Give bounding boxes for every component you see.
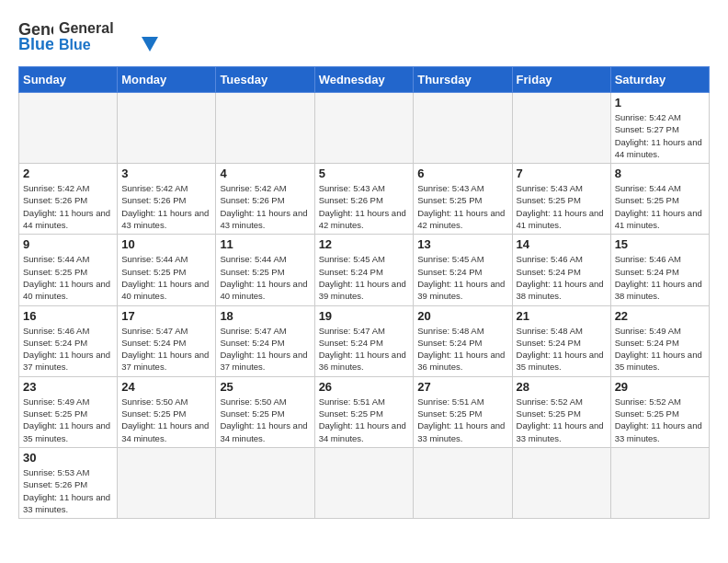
svg-text:General: General (59, 20, 114, 36)
day-info: Sunrise: 5:51 AM Sunset: 5:25 PM Dayligh… (319, 396, 410, 444)
calendar-cell (19, 93, 118, 164)
calendar-cell: 9Sunrise: 5:44 AM Sunset: 5:25 PM Daylig… (19, 235, 118, 305)
day-number: 6 (417, 167, 507, 180)
calendar-cell: 2Sunrise: 5:42 AM Sunset: 5:26 PM Daylig… (19, 164, 118, 235)
calendar-week-row: 1Sunrise: 5:42 AM Sunset: 5:27 PM Daylig… (19, 93, 710, 164)
calendar-cell (314, 93, 414, 164)
svg-text:Blue: Blue (18, 35, 53, 53)
day-number: 9 (23, 237, 113, 251)
day-info: Sunrise: 5:51 AM Sunset: 5:25 PM Dayligh… (417, 396, 507, 444)
day-info: Sunrise: 5:42 AM Sunset: 5:26 PM Dayligh… (121, 182, 211, 231)
calendar-cell: 27Sunrise: 5:51 AM Sunset: 5:25 PM Dayli… (414, 376, 512, 447)
calendar-cell: 25Sunrise: 5:50 AM Sunset: 5:25 PM Dayli… (216, 376, 314, 447)
calendar-cell (118, 93, 216, 164)
calendar-table: SundayMondayTuesdayWednesdayThursdayFrid… (18, 66, 710, 519)
calendar-cell: 15Sunrise: 5:46 AM Sunset: 5:24 PM Dayli… (610, 235, 709, 305)
day-info: Sunrise: 5:47 AM Sunset: 5:24 PM Dayligh… (220, 325, 310, 373)
calendar-day-header: Monday (118, 67, 216, 93)
calendar-cell: 17Sunrise: 5:47 AM Sunset: 5:24 PM Dayli… (118, 305, 216, 376)
calendar-cell: 22Sunrise: 5:49 AM Sunset: 5:24 PM Dayli… (610, 305, 709, 376)
calendar-cell: 6Sunrise: 5:43 AM Sunset: 5:25 PM Daylig… (414, 164, 512, 235)
calendar-cell (414, 447, 512, 518)
day-number: 28 (517, 380, 607, 394)
day-number: 3 (121, 167, 211, 180)
calendar-week-row: 23Sunrise: 5:49 AM Sunset: 5:25 PM Dayli… (19, 376, 710, 447)
day-info: Sunrise: 5:43 AM Sunset: 5:26 PM Dayligh… (319, 182, 410, 231)
day-number: 5 (319, 167, 410, 180)
calendar-cell: 26Sunrise: 5:51 AM Sunset: 5:25 PM Dayli… (314, 376, 414, 447)
day-info: Sunrise: 5:42 AM Sunset: 5:26 PM Dayligh… (220, 182, 310, 231)
logo-icon: General Blue (18, 15, 53, 55)
day-info: Sunrise: 5:49 AM Sunset: 5:25 PM Dayligh… (23, 396, 113, 444)
day-info: Sunrise: 5:49 AM Sunset: 5:24 PM Dayligh… (615, 325, 705, 373)
logo-full-icon: General Blue (59, 15, 178, 57)
calendar-day-header: Friday (512, 67, 610, 93)
calendar-cell: 14Sunrise: 5:46 AM Sunset: 5:24 PM Dayli… (512, 235, 610, 305)
calendar-cell: 1Sunrise: 5:42 AM Sunset: 5:27 PM Daylig… (610, 93, 709, 164)
page: General Blue General Blue SundayMondayTu… (0, 0, 728, 528)
calendar-day-header: Tuesday (216, 67, 314, 93)
header: General Blue General Blue (18, 15, 710, 57)
calendar-cell (216, 93, 314, 164)
day-number: 23 (23, 380, 113, 394)
calendar-cell (216, 447, 314, 518)
day-info: Sunrise: 5:42 AM Sunset: 5:27 PM Dayligh… (615, 111, 705, 160)
calendar-day-header: Saturday (610, 67, 709, 93)
day-info: Sunrise: 5:44 AM Sunset: 5:25 PM Dayligh… (23, 253, 113, 302)
day-number: 30 (23, 451, 113, 465)
calendar-cell: 23Sunrise: 5:49 AM Sunset: 5:25 PM Dayli… (19, 376, 118, 447)
calendar-cell: 20Sunrise: 5:48 AM Sunset: 5:24 PM Dayli… (414, 305, 512, 376)
logo: General Blue General Blue (18, 15, 178, 57)
calendar-cell: 4Sunrise: 5:42 AM Sunset: 5:26 PM Daylig… (216, 164, 314, 235)
day-info: Sunrise: 5:45 AM Sunset: 5:24 PM Dayligh… (417, 253, 507, 302)
calendar-cell: 3Sunrise: 5:42 AM Sunset: 5:26 PM Daylig… (118, 164, 216, 235)
calendar-cell: 16Sunrise: 5:46 AM Sunset: 5:24 PM Dayli… (19, 305, 118, 376)
day-number: 20 (417, 309, 507, 323)
day-info: Sunrise: 5:52 AM Sunset: 5:25 PM Dayligh… (615, 396, 705, 444)
day-number: 17 (121, 309, 211, 323)
calendar-cell: 30Sunrise: 5:53 AM Sunset: 5:26 PM Dayli… (19, 447, 118, 518)
day-info: Sunrise: 5:50 AM Sunset: 5:25 PM Dayligh… (121, 396, 211, 444)
day-number: 29 (615, 380, 705, 394)
day-info: Sunrise: 5:46 AM Sunset: 5:24 PM Dayligh… (517, 253, 607, 302)
calendar-cell: 10Sunrise: 5:44 AM Sunset: 5:25 PM Dayli… (118, 235, 216, 305)
day-number: 14 (517, 237, 607, 251)
day-number: 18 (220, 309, 310, 323)
calendar-cell: 13Sunrise: 5:45 AM Sunset: 5:24 PM Dayli… (414, 235, 512, 305)
calendar-cell (414, 93, 512, 164)
calendar-cell: 5Sunrise: 5:43 AM Sunset: 5:26 PM Daylig… (314, 164, 414, 235)
calendar-week-row: 30Sunrise: 5:53 AM Sunset: 5:26 PM Dayli… (19, 447, 710, 518)
day-number: 16 (23, 309, 113, 323)
day-info: Sunrise: 5:47 AM Sunset: 5:24 PM Dayligh… (121, 325, 211, 373)
day-info: Sunrise: 5:46 AM Sunset: 5:24 PM Dayligh… (615, 253, 705, 302)
calendar-day-header: Wednesday (314, 67, 414, 93)
calendar-cell (314, 447, 414, 518)
day-info: Sunrise: 5:42 AM Sunset: 5:26 PM Dayligh… (23, 182, 113, 231)
day-info: Sunrise: 5:44 AM Sunset: 5:25 PM Dayligh… (220, 253, 310, 302)
day-number: 21 (517, 309, 607, 323)
calendar-week-row: 2Sunrise: 5:42 AM Sunset: 5:26 PM Daylig… (19, 164, 710, 235)
calendar-cell: 11Sunrise: 5:44 AM Sunset: 5:25 PM Dayli… (216, 235, 314, 305)
calendar-day-header: Sunday (19, 67, 118, 93)
day-number: 13 (417, 237, 507, 251)
day-info: Sunrise: 5:43 AM Sunset: 5:25 PM Dayligh… (417, 182, 507, 231)
calendar-day-header: Thursday (414, 67, 512, 93)
calendar-cell (610, 447, 709, 518)
calendar-cell (118, 447, 216, 518)
day-number: 15 (615, 237, 705, 251)
calendar-cell: 19Sunrise: 5:47 AM Sunset: 5:24 PM Dayli… (314, 305, 414, 376)
day-info: Sunrise: 5:50 AM Sunset: 5:25 PM Dayligh… (220, 396, 310, 444)
day-number: 10 (121, 237, 211, 251)
calendar-cell: 28Sunrise: 5:52 AM Sunset: 5:25 PM Dayli… (512, 376, 610, 447)
calendar-cell: 18Sunrise: 5:47 AM Sunset: 5:24 PM Dayli… (216, 305, 314, 376)
day-number: 26 (319, 380, 410, 394)
day-info: Sunrise: 5:46 AM Sunset: 5:24 PM Dayligh… (23, 325, 113, 373)
svg-text:Blue: Blue (59, 37, 91, 52)
day-number: 4 (220, 167, 310, 180)
calendar-cell: 21Sunrise: 5:48 AM Sunset: 5:24 PM Dayli… (512, 305, 610, 376)
calendar-cell (512, 447, 610, 518)
calendar-cell: 29Sunrise: 5:52 AM Sunset: 5:25 PM Dayli… (610, 376, 709, 447)
day-info: Sunrise: 5:44 AM Sunset: 5:25 PM Dayligh… (615, 182, 705, 231)
calendar-cell: 7Sunrise: 5:43 AM Sunset: 5:25 PM Daylig… (512, 164, 610, 235)
calendar-cell: 24Sunrise: 5:50 AM Sunset: 5:25 PM Dayli… (118, 376, 216, 447)
